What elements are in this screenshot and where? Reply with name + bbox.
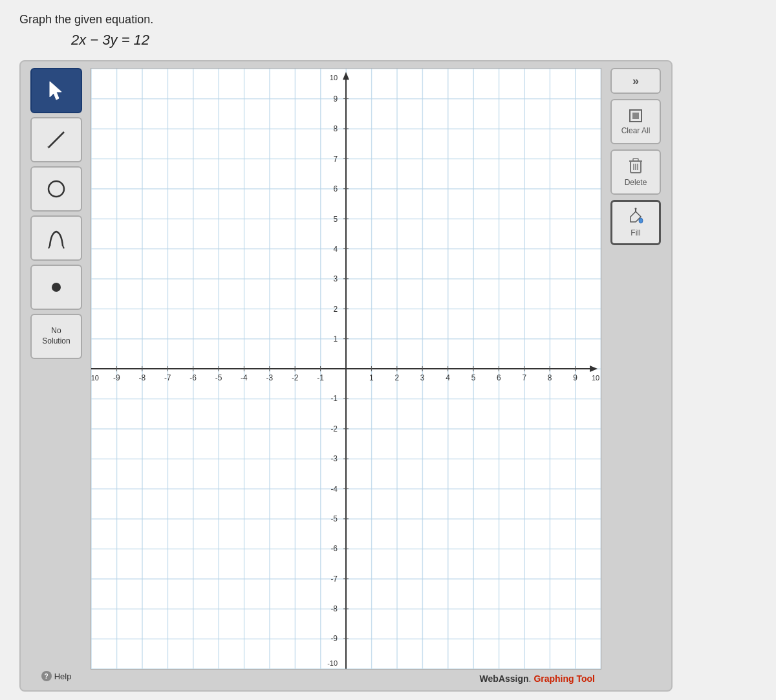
svg-text:-2: -2 — [292, 373, 299, 382]
svg-text:4: 4 — [446, 373, 450, 382]
svg-text:2: 2 — [394, 373, 399, 382]
delete-label: Delete — [625, 178, 647, 187]
right-toolbar: » Clear All Delete — [607, 68, 665, 684]
svg-text:2: 2 — [333, 305, 338, 314]
brand-footer: WebAssign. Graphing Tool — [91, 673, 601, 684]
svg-text:-2: -2 — [330, 424, 338, 433]
svg-text:1: 1 — [369, 373, 374, 382]
select-tool-button[interactable] — [30, 68, 82, 113]
svg-text:-4: -4 — [330, 485, 338, 494]
svg-text:-10: -10 — [91, 374, 99, 382]
svg-text:-7: -7 — [330, 574, 338, 584]
svg-text:-3: -3 — [330, 454, 338, 463]
svg-line-6 — [63, 246, 64, 248]
svg-text:-9: -9 — [113, 373, 120, 382]
svg-text:7: 7 — [333, 155, 338, 164]
svg-text:8: 8 — [333, 124, 338, 133]
svg-text:-6: -6 — [189, 373, 197, 382]
svg-text:-10: -10 — [327, 659, 338, 667]
svg-text:1: 1 — [333, 334, 338, 344]
point-tool-button[interactable] — [30, 265, 82, 310]
svg-rect-131 — [632, 113, 639, 119]
svg-text:7: 7 — [522, 373, 526, 382]
svg-text:-7: -7 — [164, 373, 171, 382]
svg-text:-5: -5 — [215, 373, 222, 382]
delete-button[interactable]: Delete — [610, 149, 661, 195]
svg-text:-1: -1 — [317, 373, 324, 382]
svg-text:-3: -3 — [266, 373, 273, 382]
clear-all-label: Clear All — [621, 126, 651, 135]
svg-text:8: 8 — [548, 373, 552, 382]
circle-tool-button[interactable] — [30, 166, 82, 212]
svg-text:6: 6 — [497, 373, 501, 382]
svg-rect-134 — [633, 159, 638, 161]
expand-button[interactable]: » — [610, 68, 661, 94]
svg-text:10: 10 — [330, 74, 338, 82]
svg-text:-4: -4 — [241, 373, 248, 382]
svg-line-1 — [48, 132, 64, 148]
left-toolbar: NoSolution ? Help — [27, 68, 85, 684]
svg-text:5: 5 — [471, 373, 476, 382]
graph-area: -1 -2 -3 -4 -5 -6 -7 -8 -9 -10 1 2 3 4 5… — [91, 68, 601, 684]
svg-text:-6: -6 — [330, 544, 338, 553]
clear-all-icon — [628, 108, 643, 124]
svg-line-5 — [48, 246, 50, 248]
parabola-tool-button[interactable] — [30, 215, 82, 261]
svg-text:-8: -8 — [138, 373, 146, 382]
svg-marker-0 — [50, 82, 61, 100]
svg-text:3: 3 — [420, 373, 425, 382]
svg-text:-1: -1 — [330, 394, 338, 403]
line-tool-button[interactable] — [30, 117, 82, 162]
graph-svg: -1 -2 -3 -4 -5 -6 -7 -8 -9 -10 1 2 3 4 5… — [91, 69, 601, 669]
svg-point-4 — [48, 181, 64, 197]
fill-label: Fill — [630, 228, 640, 237]
svg-text:5: 5 — [333, 215, 338, 224]
svg-text:3: 3 — [333, 274, 338, 283]
expand-label: » — [632, 74, 639, 88]
svg-text:-8: -8 — [330, 604, 338, 613]
no-solution-button[interactable]: NoSolution — [30, 314, 82, 359]
svg-text:-5: -5 — [330, 514, 338, 523]
svg-text:6: 6 — [333, 184, 338, 193]
clear-all-button[interactable]: Clear All — [610, 99, 661, 144]
equation: 2x − 3y = 12 — [71, 32, 149, 49]
svg-point-7 — [52, 283, 61, 292]
help-icon: ? — [41, 671, 52, 681]
graph-canvas[interactable]: -1 -2 -3 -4 -5 -6 -7 -8 -9 -10 1 2 3 4 5… — [91, 68, 601, 670]
help-label: Help — [54, 672, 72, 681]
svg-text:9: 9 — [573, 373, 577, 382]
problem-title: Graph the given equation. — [19, 13, 153, 27]
svg-point-138 — [639, 218, 643, 223]
svg-text:4: 4 — [333, 245, 338, 254]
fill-icon — [627, 208, 645, 226]
svg-point-140 — [635, 208, 637, 210]
fill-button[interactable]: Fill — [610, 200, 661, 245]
graphing-tool: NoSolution ? Help — [19, 60, 673, 692]
help-link[interactable]: ? Help — [39, 668, 74, 684]
no-solution-label: NoSolution — [42, 326, 70, 346]
svg-text:9: 9 — [333, 94, 338, 104]
delete-icon — [628, 157, 643, 175]
svg-text:10: 10 — [592, 374, 599, 382]
svg-text:-9: -9 — [330, 634, 338, 643]
